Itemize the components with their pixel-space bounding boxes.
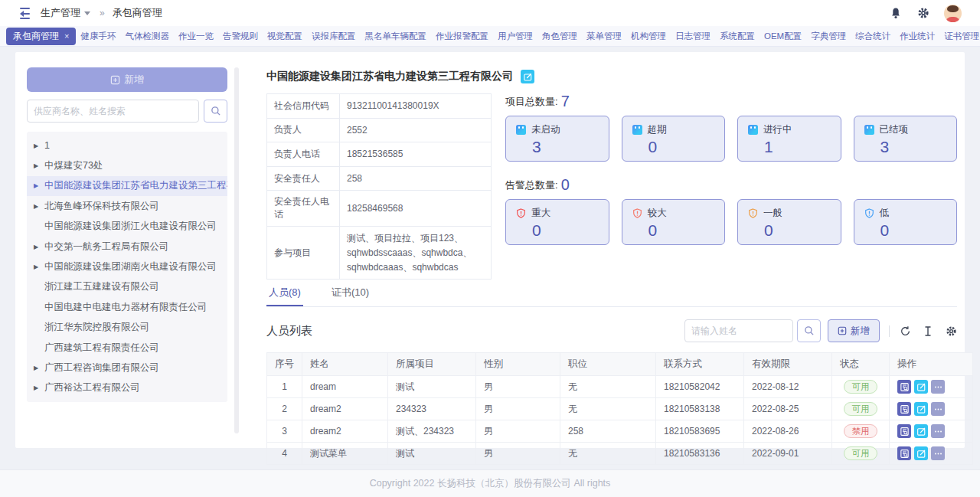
tree-expand-icon[interactable]: ▶ <box>34 162 44 169</box>
tab-close-icon[interactable]: × <box>64 31 69 41</box>
stat-card[interactable]: 一般0 <box>737 199 841 245</box>
supplier-search-input[interactable] <box>27 100 199 123</box>
stat-card[interactable]: 进行中1 <box>737 116 841 162</box>
tree-item[interactable]: 中国能源建设集团浙江火电建设有限公司 <box>27 217 227 237</box>
tree-item-label: 中国能源建设集团江苏省电力建设第三工程有限公司 <box>44 179 227 192</box>
sidebar-scrollbar[interactable] <box>234 67 239 433</box>
tree-expand-icon[interactable]: ▶ <box>34 365 44 371</box>
tab-item[interactable]: 作业一览 <box>174 31 218 42</box>
company-edit-button[interactable] <box>521 70 534 83</box>
field-label: 安全责任人电话 <box>267 191 340 227</box>
tree-expand-icon[interactable]: ▶ <box>34 142 44 149</box>
tab-item[interactable]: 综合统计 <box>851 31 895 42</box>
refresh-icon[interactable] <box>899 325 911 337</box>
stat-card[interactable]: 重大0 <box>505 199 609 245</box>
view-details-icon[interactable] <box>897 402 911 416</box>
tree-expand-icon[interactable]: ▶ <box>34 203 44 210</box>
company-field-row: 社会信用代码91321100141380019X <box>267 94 492 119</box>
user-avatar[interactable] <box>944 5 962 22</box>
sidebar-add-button[interactable]: 新增 <box>27 67 227 92</box>
stat-card[interactable]: 未启动3 <box>505 116 609 162</box>
column-header: 操作 <box>890 353 973 376</box>
tab-item[interactable]: OEM配置 <box>760 31 806 42</box>
density-icon[interactable] <box>922 325 934 337</box>
tree-item[interactable]: ▶中煤建安73处 <box>27 155 227 175</box>
tab-item[interactable]: 作业统计 <box>895 31 939 42</box>
stat-card[interactable]: 较大0 <box>622 199 726 245</box>
personnel-add-button[interactable]: 新增 <box>828 319 880 342</box>
stat-card-label: 较大 <box>648 207 667 220</box>
edit-icon[interactable] <box>914 402 928 416</box>
tree-expand-icon[interactable]: ▶ <box>34 182 44 189</box>
column-header: 联系方式 <box>656 353 744 376</box>
tab-item[interactable]: 角色管理 <box>537 31 582 42</box>
supplier-sidebar: 新增 ▶1▶中煤建安73处▶中国能源建设集团江苏省电力建设第三工程有限公司▶北海… <box>27 67 227 402</box>
breadcrumb-menu[interactable]: 生产管理 <box>41 6 90 20</box>
more-actions-icon[interactable] <box>931 424 945 438</box>
cell-position: 无 <box>560 376 656 398</box>
tab-item[interactable]: 字典管理 <box>806 31 851 42</box>
view-details-icon[interactable] <box>897 380 911 394</box>
tree-item[interactable]: 广西建筑工程有限责任公司 <box>27 338 227 358</box>
menu-fold-icon[interactable] <box>17 8 30 19</box>
tree-item-label: 中国电建中电建电力器材有限责任公司 <box>44 301 207 314</box>
tab-item[interactable]: 日志管理 <box>671 31 715 42</box>
tree-expand-icon[interactable]: ▶ <box>34 384 44 391</box>
tree-item[interactable]: ▶1 <box>27 136 227 155</box>
tree-item[interactable]: ▶中交第一航务工程局有限公司 <box>27 237 227 257</box>
more-actions-icon[interactable] <box>931 446 945 460</box>
tree-item[interactable]: ▶北海鱼峰环保科技有限公司 <box>27 196 227 216</box>
bell-icon[interactable] <box>889 6 903 20</box>
supplier-search-button[interactable] <box>204 100 227 123</box>
tab-item[interactable]: 视觉配置 <box>263 31 307 42</box>
tab-item[interactable]: 健康手环 <box>76 31 120 42</box>
stat-card[interactable]: 低0 <box>854 199 958 245</box>
sidebar-add-label: 新增 <box>124 73 144 87</box>
tab-item[interactable]: 黑名单车辆配置 <box>360 31 431 42</box>
edit-icon[interactable] <box>914 446 928 460</box>
tab-item[interactable]: 气体检测器 <box>120 31 174 42</box>
gear-icon[interactable] <box>916 6 930 20</box>
tree-item[interactable]: ▶中国能源建设集团湖南火电建设有限公司 <box>27 257 227 276</box>
edit-icon[interactable] <box>914 424 928 438</box>
tab-active-label: 承包商管理 <box>13 30 59 43</box>
tab-item[interactable]: 菜单管理 <box>582 31 626 42</box>
tree-expand-icon[interactable]: ▶ <box>34 263 44 270</box>
view-details-icon[interactable] <box>897 424 911 438</box>
tree-item[interactable]: 浙江华东院控股有限公司 <box>27 318 227 338</box>
name-search-input[interactable] <box>684 319 793 342</box>
tree-item[interactable]: ▶中国能源建设集团江苏省电力建设第三工程有限公司 <box>27 176 227 196</box>
tab-certificates[interactable]: 证书(10) <box>329 286 371 306</box>
tab-item[interactable]: 机构管理 <box>626 31 671 42</box>
cell-phone: 18210583695 <box>656 420 744 443</box>
tab-active[interactable]: 承包商管理 × <box>6 28 76 45</box>
tab-item[interactable]: 作业报警配置 <box>431 31 493 42</box>
more-actions-icon[interactable] <box>931 380 945 394</box>
tree-item[interactable]: 中国电建中电建电力器材有限责任公司 <box>27 297 227 317</box>
cell-name: dream2 <box>302 398 388 420</box>
name-search-button[interactable] <box>797 319 821 342</box>
tab-personnel[interactable]: 人员(8) <box>266 286 303 306</box>
column-header: 所属项目 <box>388 353 476 376</box>
alarms-total-value: 0 <box>561 177 570 192</box>
stat-card[interactable]: 超期0 <box>622 116 726 162</box>
tab-item[interactable]: 误报库配置 <box>307 31 361 42</box>
tab-item[interactable]: 证书管理 <box>939 31 980 42</box>
tree-item[interactable]: 浙江建工五建建设有限公司 <box>27 277 227 297</box>
tab-item[interactable]: 告警规则 <box>218 31 263 42</box>
tree-item[interactable]: ▶广西工程咨询集团有限公司 <box>27 358 227 378</box>
tree-item[interactable]: ▶广西裕达工程有限公司 <box>27 378 227 398</box>
column-header: 状态 <box>832 353 890 376</box>
stat-card-label: 进行中 <box>763 123 792 136</box>
project-calendar-icon <box>632 125 642 135</box>
edit-icon[interactable] <box>914 380 928 394</box>
tab-item[interactable]: 系统配置 <box>715 31 760 42</box>
tree-expand-icon[interactable]: ▶ <box>34 244 44 250</box>
settings-icon[interactable] <box>945 325 957 337</box>
stat-card[interactable]: 已结项3 <box>854 116 958 162</box>
tab-item[interactable]: 用户管理 <box>493 31 537 42</box>
status-badge: 可用 <box>844 380 877 394</box>
table-header-row: 序号姓名所属项目性别职位联系方式有效期限状态操作 <box>267 353 973 376</box>
more-actions-icon[interactable] <box>931 402 945 416</box>
view-details-icon[interactable] <box>897 446 911 460</box>
